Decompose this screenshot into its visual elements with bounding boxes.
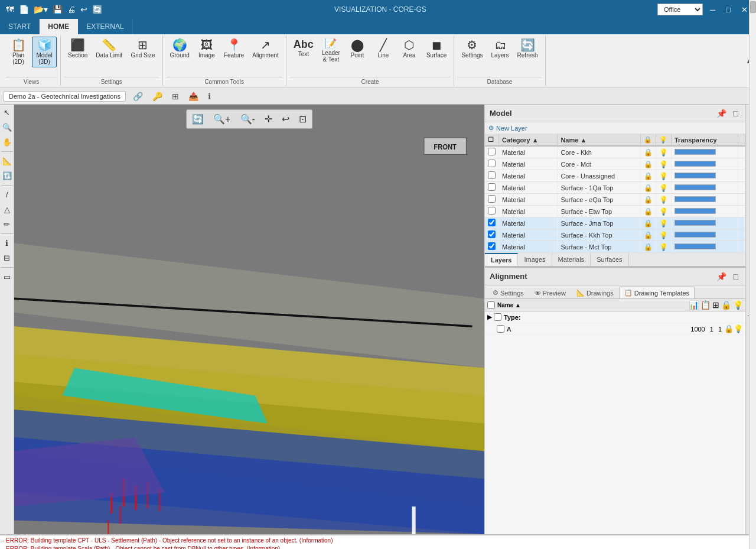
transparency-bar-5[interactable] — [674, 208, 716, 214]
vp-fit-btn[interactable]: ⊡ — [295, 112, 310, 126]
layer-check-7[interactable] — [488, 230, 496, 238]
lock-icon-5[interactable]: 🔒 — [644, 207, 653, 216]
refresh-button[interactable]: 🔄 Refresh — [514, 37, 542, 61]
log-scrollbar[interactable] — [749, 0, 756, 549]
restore-button[interactable]: □ — [722, 4, 734, 15]
align-icon-2[interactable]: 📋 — [700, 300, 711, 310]
layer-check-5[interactable] — [488, 207, 496, 215]
expand-arrow[interactable]: ▶ — [487, 313, 492, 321]
new-btn[interactable]: 📄 — [18, 4, 30, 15]
transparency-bar-8[interactable] — [674, 243, 716, 249]
grid-size-button[interactable]: ⊞ Grid Size — [127, 37, 158, 61]
light-icon-8[interactable]: 💡 — [659, 243, 668, 251]
plan-2d-button[interactable]: 📋 Plan(2D) — [6, 37, 31, 67]
transparency-bar-2[interactable] — [674, 173, 716, 178]
key-icon[interactable]: 🔑 — [150, 90, 165, 102]
align-icon-3[interactable]: ⊞ — [712, 300, 719, 310]
data-limit-button[interactable]: 📏 Data Limit — [92, 37, 126, 61]
section-button[interactable]: ⬛ Section — [64, 37, 91, 61]
image-button[interactable]: 🖼 Image — [194, 37, 219, 61]
type-row-check[interactable] — [494, 313, 501, 321]
light-icon-0[interactable]: 💡 — [659, 148, 668, 157]
align-pin-btn[interactable]: 📌 — [714, 271, 729, 282]
lock-icon-6[interactable]: 🔒 — [644, 219, 653, 228]
tab-home[interactable]: HOME — [40, 19, 78, 34]
a-row-light[interactable]: 💡 — [734, 324, 743, 333]
layer-check-6[interactable] — [488, 219, 496, 226]
settings-button[interactable]: ⚙ Settings — [458, 37, 486, 61]
light-icon-3[interactable]: 💡 — [659, 184, 668, 192]
export-icon[interactable]: 📤 — [186, 90, 201, 102]
zoom-tool-btn[interactable]: 🔍 — [1, 121, 14, 134]
log-scroll-thumb[interactable] — [750, 1, 756, 13]
print-btn[interactable]: 🖨 — [66, 4, 77, 15]
light-icon-1[interactable]: 💡 — [659, 160, 668, 168]
layer-check-0[interactable] — [488, 148, 496, 155]
line-button[interactable]: ╱ Line — [371, 37, 396, 61]
layer-check-1[interactable] — [488, 160, 496, 167]
layer-rect-btn[interactable]: ▭ — [2, 270, 12, 284]
vp-zoom-in-btn[interactable]: 🔍+ — [210, 112, 234, 126]
transparency-bar-6[interactable] — [674, 220, 716, 226]
table-btn[interactable]: ⊟ — [2, 251, 12, 265]
lock-icon-2[interactable]: 🔒 — [644, 172, 653, 180]
layer-check-8[interactable] — [488, 242, 496, 250]
redo-btn[interactable]: 🔄 — [91, 4, 103, 15]
layer-check-4[interactable] — [488, 195, 496, 203]
model-restore-btn[interactable]: □ — [731, 108, 741, 119]
info-tool-btn[interactable]: ℹ — [4, 236, 10, 250]
tab-external[interactable]: EXTERNAL — [78, 19, 132, 34]
measure-tool-btn[interactable]: 📐 — [1, 154, 14, 168]
link-icon[interactable]: 🔗 — [131, 90, 145, 102]
text-button[interactable]: Abc Text — [290, 37, 317, 60]
align-tab-settings[interactable]: ⚙ Settings — [487, 287, 529, 298]
a-row-check[interactable] — [497, 325, 504, 333]
transparency-bar-3[interactable] — [674, 184, 716, 190]
point-button[interactable]: ⬤ Point — [345, 37, 370, 61]
ground-button[interactable]: 🌍 Ground — [167, 37, 193, 61]
vp-pan-btn[interactable]: ✛ — [261, 112, 276, 126]
vp-rotate-btn[interactable]: 🔄 — [188, 112, 207, 126]
save-btn[interactable]: 💾 — [51, 4, 64, 15]
area-button[interactable]: ⬡ Area — [397, 37, 422, 61]
rotate-tool-btn[interactable]: 🔃 — [1, 169, 14, 183]
transparency-bar-1[interactable] — [674, 161, 716, 167]
transparency-bar-7[interactable] — [674, 232, 716, 238]
undo-btn[interactable]: ↩ — [79, 4, 89, 15]
lock-icon-0[interactable]: 🔒 — [644, 148, 653, 157]
lock-icon-7[interactable]: 🔒 — [644, 231, 653, 239]
light-icon-2[interactable]: 💡 — [659, 172, 668, 180]
viewport[interactable]: FRONT 🔄 🔍+ 🔍- ✛ ↩ ⊡ — [14, 105, 484, 534]
light-icon-4[interactable]: 💡 — [659, 196, 668, 204]
feature-button[interactable]: 📍 Feature — [220, 37, 247, 61]
light-icon-7[interactable]: 💡 — [659, 231, 668, 239]
alignment-button[interactable]: ↗ Alignment — [249, 37, 282, 61]
tab-images[interactable]: Images — [518, 253, 552, 266]
lock-icon-3[interactable]: 🔒 — [644, 184, 653, 192]
align-lock-btn[interactable]: 🔒 — [721, 300, 731, 310]
new-layer-bar[interactable]: ⊕ New Layer — [485, 122, 745, 134]
tab-start[interactable]: START — [0, 19, 40, 34]
tab-layers[interactable]: Layers — [485, 253, 518, 266]
draw-line-btn[interactable]: / — [4, 188, 10, 202]
layer-check-2[interactable] — [488, 171, 496, 179]
align-light-btn[interactable]: 💡 — [733, 300, 743, 310]
office-dropdown[interactable]: Office — [657, 4, 703, 15]
light-icon-6[interactable]: 💡 — [659, 219, 668, 228]
lock-icon-8[interactable]: 🔒 — [644, 243, 653, 251]
info-icon[interactable]: ℹ — [206, 90, 213, 102]
model-3d-button[interactable]: 🧊 Model(3D) — [32, 37, 57, 67]
lock-icon-1[interactable]: 🔒 — [644, 160, 653, 168]
select-tool-btn[interactable]: ↖ — [2, 106, 12, 119]
layer-check-3[interactable] — [488, 183, 496, 191]
a-row-lock[interactable]: 🔒 — [724, 324, 734, 333]
align-icon-1[interactable]: 📊 — [689, 300, 699, 310]
vp-reset-btn[interactable]: ↩ — [278, 112, 293, 126]
vp-zoom-out-btn[interactable]: 🔍- — [237, 112, 259, 126]
leader-text-button[interactable]: 📝 Leader& Text — [318, 37, 344, 65]
pan-tool-btn[interactable]: ✋ — [1, 135, 14, 149]
grid-icon[interactable]: ⊞ — [170, 90, 181, 102]
col-name[interactable]: Name ▲ — [558, 134, 641, 146]
draw-poly-btn[interactable]: △ — [2, 203, 12, 216]
layers-button[interactable]: 🗂 Layers — [488, 37, 513, 61]
